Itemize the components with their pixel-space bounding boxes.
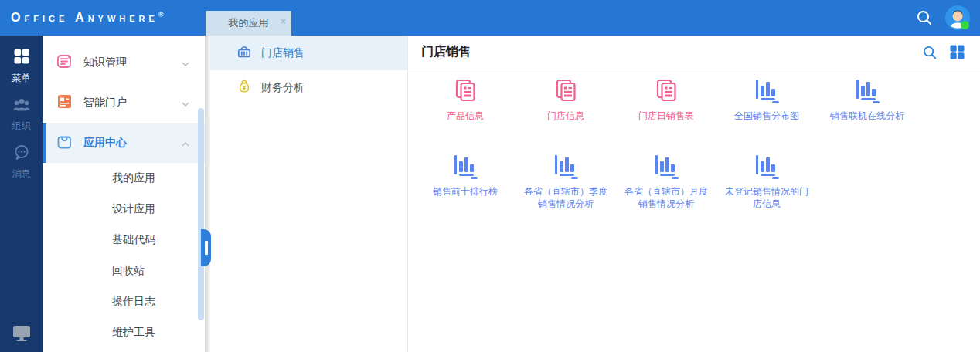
registered-mark: ® <box>158 11 164 19</box>
chevron-down-icon <box>182 56 189 69</box>
app-tile-label: 各省（直辖市）月度销售情况分析 <box>621 185 712 210</box>
bar-chart-icon <box>754 77 780 103</box>
notebook-icon <box>56 52 73 73</box>
sidebar-item-portal[interactable]: 智能门户 <box>43 83 205 123</box>
app-tile-label: 未登记销售情况的门店信息 <box>721 185 812 210</box>
top-bar: Office Anywhere® 我的应用 × <box>0 0 980 36</box>
app-tile-quarterly-province-analysis[interactable]: 各省（直辖市）季度销售情况分析 <box>516 148 616 224</box>
app-tile-unregistered-stores[interactable]: 未登记销售情况的门店信息 <box>716 148 817 224</box>
main-content: 门店销售 <box>408 36 980 352</box>
sidebar-subitem-operation-log[interactable]: 操作日志 <box>43 286 205 317</box>
sidebar-subitem-recycle-bin[interactable]: 回收站 <box>43 256 205 286</box>
app-tile-label: 门店信息 <box>547 110 584 122</box>
app-tile-national-sales-map[interactable]: 全国销售分布图 <box>716 73 817 148</box>
chevron-down-icon <box>182 96 189 110</box>
tab-label: 我的应用 <box>229 16 269 30</box>
page-title: 门店销售 <box>421 44 471 60</box>
sidebar-subitem-maintenance-tools[interactable]: 维护工具 <box>43 317 205 348</box>
shopping-bag-icon <box>56 133 73 153</box>
global-search-icon[interactable] <box>915 8 934 27</box>
app-tile-label: 销售前十排行榜 <box>433 185 498 198</box>
app-tile-top-ten-ranking[interactable]: 销售前十排行榜 <box>415 148 516 224</box>
bar-chart-icon <box>452 153 478 179</box>
sidebar-scrollbar-thumb[interactable] <box>198 108 204 320</box>
app-tile-label: 全国销售分布图 <box>734 110 799 122</box>
rail-label: 消息 <box>12 168 31 181</box>
app-tile-monthly-province-analysis[interactable]: 各省（直辖市）月度销售情况分析 <box>616 148 716 224</box>
panel-item-label: 门店销售 <box>261 46 305 60</box>
left-rail: 菜单 组织 <box>0 36 43 352</box>
monitor-icon[interactable] <box>12 324 32 346</box>
app-window: Office Anywhere® 我的应用 × <box>0 0 980 352</box>
search-icon[interactable] <box>922 45 937 60</box>
module-sidebar: 知识管理 智能门户 <box>43 36 205 352</box>
app-group-panel: 门店销售 财务分析 <box>210 36 408 352</box>
app-tile-grid: 产品信息 门店信息 <box>408 69 980 224</box>
user-avatar[interactable] <box>944 5 971 31</box>
basket-icon <box>236 43 253 63</box>
sidebar-subitem-my-apps[interactable]: 我的应用 <box>43 163 205 194</box>
handle-grip <box>205 241 208 255</box>
app-tile-label: 销售联机在线分析 <box>830 110 904 122</box>
bar-chart-icon <box>754 153 780 179</box>
app-tile-store-info[interactable]: 门店信息 <box>516 73 616 148</box>
document-icon <box>653 77 679 103</box>
rail-item-messages[interactable]: 消息 <box>0 144 43 191</box>
chevron-up-icon <box>182 136 189 150</box>
sidebar-subitem-base-code[interactable]: 基础代码 <box>43 225 205 256</box>
people-icon <box>12 96 31 116</box>
app-tile-label: 门店日销售表 <box>638 110 694 122</box>
document-icon <box>553 77 579 103</box>
app-tile-online-sales-analysis[interactable]: 销售联机在线分析 <box>817 73 917 148</box>
sidebar-item-app-center[interactable]: 应用中心 <box>43 123 205 163</box>
rail-item-menu[interactable]: 菜单 <box>0 48 43 96</box>
main-header: 门店销售 <box>408 36 980 69</box>
bar-chart-icon <box>653 153 679 179</box>
rail-bottom <box>0 324 43 346</box>
bar-chart-icon <box>553 153 579 179</box>
tab-close-icon[interactable]: × <box>281 17 286 26</box>
bar-chart-icon <box>854 77 880 103</box>
topbar-actions <box>915 0 971 36</box>
document-icon <box>452 77 478 103</box>
rail-item-organization[interactable]: 组织 <box>0 96 43 144</box>
sidebar-divider <box>205 36 210 352</box>
app-tile-daily-sales-sheet[interactable]: 门店日销售表 <box>616 73 716 148</box>
sidebar-subitem-design-apps[interactable]: 设计应用 <box>43 194 205 225</box>
grid-view-icon[interactable] <box>950 45 965 59</box>
app-body: 菜单 组织 <box>0 36 980 352</box>
rail-label: 组织 <box>12 120 31 133</box>
rail-label: 菜单 <box>12 72 31 85</box>
app-logo: Office Anywhere® <box>11 11 164 25</box>
sidebar-collapse-handle[interactable] <box>201 229 211 266</box>
grid-menu-icon <box>13 48 30 68</box>
money-bag-icon <box>236 78 253 98</box>
app-tile-product-info[interactable]: 产品信息 <box>415 73 516 148</box>
app-tile-label: 各省（直辖市）季度销售情况分析 <box>520 185 611 210</box>
status-dot <box>961 21 969 29</box>
portal-icon <box>56 93 73 113</box>
panel-item-store-sales[interactable]: 门店销售 <box>210 36 407 70</box>
sidebar-item-label: 知识管理 <box>83 56 127 69</box>
sidebar-item-label: 智能门户 <box>83 96 127 110</box>
sidebar-item-knowledge[interactable]: 知识管理 <box>43 42 205 83</box>
app-tile-label: 产品信息 <box>447 110 484 122</box>
panel-item-label: 财务分析 <box>261 81 305 95</box>
sidebar-item-label: 应用中心 <box>83 136 127 150</box>
open-tab-my-apps[interactable]: 我的应用 × <box>206 11 291 36</box>
panel-item-finance-analysis[interactable]: 财务分析 <box>210 70 407 105</box>
chat-icon <box>13 144 30 164</box>
